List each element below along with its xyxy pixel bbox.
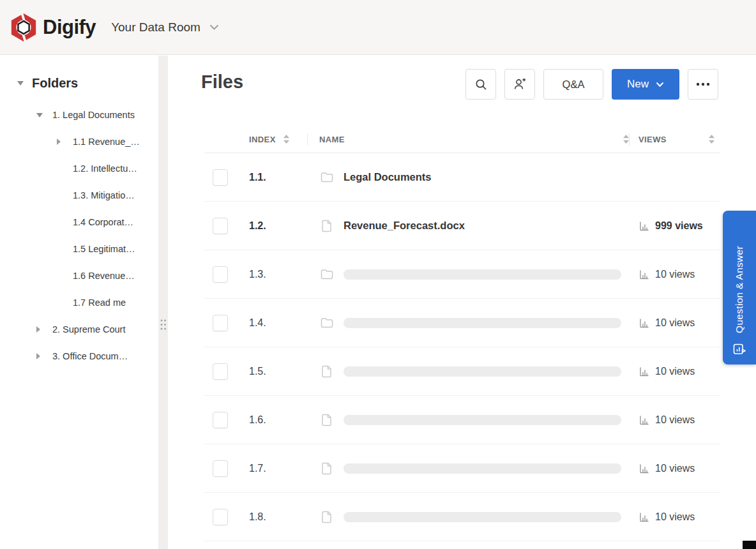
- table-row[interactable]: 1.8.: [204, 493, 720, 541]
- views-count: 10 views: [655, 269, 695, 280]
- caret-slot[interactable]: [36, 112, 52, 118]
- views-count: 10 views: [655, 511, 695, 523]
- sidebar-resize-gutter[interactable]: [158, 56, 168, 549]
- caret-down-icon: [36, 112, 43, 118]
- caret-right-icon: [36, 326, 41, 333]
- folder-tree-item[interactable]: 3. Office Docum…: [0, 343, 158, 370]
- search-button[interactable]: [465, 69, 496, 100]
- table-row[interactable]: 1.3.: [204, 250, 720, 299]
- add-user-button[interactable]: [504, 69, 535, 100]
- views-cell: 10 views: [639, 317, 695, 329]
- question-answer-tab[interactable]: Question & Answer: [723, 211, 756, 365]
- qa-button[interactable]: Q&A: [543, 69, 603, 100]
- file-icon: [319, 218, 335, 234]
- views-count: 10 views: [655, 414, 695, 426]
- name-placeholder-bar: [344, 415, 621, 425]
- folder-icon: [319, 170, 335, 185]
- row-index: 1.4.: [249, 317, 266, 329]
- table-row[interactable]: 1.1. Legal Documents: [204, 153, 720, 202]
- folders-header[interactable]: Folders: [0, 64, 158, 102]
- table-body: 1.1. Legal Documents: [204, 153, 720, 541]
- folder-tree-item[interactable]: 1.4 Corporat…: [0, 209, 158, 236]
- caret-slot[interactable]: [36, 326, 52, 333]
- folder-tree-item[interactable]: 1.5 Legitimat…: [0, 236, 158, 262]
- folder-tree-label: 1. Legal Documents: [52, 110, 135, 120]
- folder-tree-label: 1.7 Read me: [73, 297, 126, 308]
- folder-tree-label: 3. Office Docum…: [52, 351, 128, 361]
- file-icon: [319, 412, 335, 428]
- views-cell: 10 views: [639, 366, 695, 377]
- folder-tree-item[interactable]: 1.2. Intellectu…: [0, 155, 158, 182]
- app-header: Digify Your Data Room: [0, 0, 756, 55]
- table-row[interactable]: 1.4.: [204, 299, 720, 347]
- room-selector-label: Your Data Room: [111, 20, 200, 34]
- brand-name: Digify: [43, 16, 96, 39]
- row-index: 1.5.: [249, 366, 266, 377]
- folder-icon: [319, 267, 335, 282]
- row-checkbox[interactable]: [213, 460, 228, 477]
- views-count: 10 views: [655, 366, 695, 377]
- table-row[interactable]: 1.6.: [204, 396, 720, 444]
- search-icon: [474, 78, 488, 91]
- row-checkbox[interactable]: [213, 412, 228, 428]
- sort-icon[interactable]: [708, 134, 715, 144]
- folder-tree-item[interactable]: 1.6 Revenue…: [0, 262, 158, 289]
- caret-down-icon: [17, 80, 24, 86]
- folder-tree-label: 1.2. Intellectu…: [73, 163, 137, 174]
- name-placeholder-bar: [344, 269, 621, 280]
- question-answer-label: Question & Answer: [734, 246, 745, 333]
- row-checkbox[interactable]: [213, 169, 228, 186]
- ellipsis-icon: [696, 82, 710, 86]
- folder-tree-item[interactable]: 1.3. Mitigatio…: [0, 182, 158, 209]
- caret-right-icon: [36, 352, 41, 360]
- folder-tree-item[interactable]: 1. Legal Documents: [0, 102, 158, 128]
- toolbar: Q&A New: [465, 69, 718, 100]
- header-separator: [629, 133, 630, 146]
- row-checkbox[interactable]: [213, 218, 228, 234]
- chevron-down-icon: [209, 24, 219, 30]
- views-count: 999 views: [655, 220, 703, 232]
- bar-chart-icon: [639, 269, 650, 280]
- folder-tree-item[interactable]: 1.1 Revenue_…: [0, 128, 158, 155]
- file-name[interactable]: Legal Documents: [344, 171, 432, 183]
- bar-chart-icon: [639, 366, 650, 377]
- folder-tree-label: 1.3. Mitigatio…: [73, 190, 135, 200]
- file-icon: [319, 364, 335, 379]
- bar-chart-icon: [639, 317, 650, 329]
- page-title: Files: [201, 71, 243, 93]
- table-row[interactable]: 1.5.: [204, 347, 720, 396]
- table-row[interactable]: 1.7.: [204, 444, 720, 493]
- row-checkbox[interactable]: [213, 315, 228, 331]
- more-actions-button[interactable]: [688, 69, 718, 100]
- folder-tree-item[interactable]: 1.7 Read me: [0, 289, 158, 316]
- folder-tree-label: 1.1 Revenue_…: [73, 137, 140, 147]
- sort-icon[interactable]: [283, 134, 290, 144]
- digify-logo: Digify: [0, 13, 96, 42]
- row-checkbox[interactable]: [213, 266, 228, 283]
- table-row[interactable]: 1.2. Revenue_Forecast.docx: [204, 202, 720, 250]
- row-index: 1.1.: [249, 172, 266, 183]
- folder-tree-item[interactable]: 2. Supreme Court: [0, 316, 158, 343]
- caret-right-icon: [56, 138, 61, 146]
- table-header: INDEX NAME VIEWS: [204, 126, 720, 153]
- caret-slot[interactable]: [36, 352, 52, 360]
- row-checkbox[interactable]: [213, 363, 228, 380]
- files-table: INDEX NAME VIEWS: [204, 126, 720, 541]
- row-checkbox[interactable]: [213, 509, 228, 525]
- caret-slot[interactable]: [56, 138, 73, 146]
- folder-tree-label: 1.6 Revenue…: [73, 271, 135, 281]
- folder-tree: 1. Legal Documents 1.1 Revenue_… 1.2. In…: [0, 102, 158, 370]
- bar-chart-icon: [639, 511, 650, 523]
- column-header-name: NAME: [319, 135, 345, 144]
- new-button[interactable]: New: [612, 69, 679, 100]
- folder-tree-label: 2. Supreme Court: [52, 324, 125, 335]
- views-cell: 10 views: [639, 463, 695, 474]
- drag-handle-icon[interactable]: [159, 318, 167, 331]
- cutoff-element: [743, 541, 756, 549]
- views-cell: 10 views: [639, 511, 695, 523]
- header-separator: [307, 133, 308, 146]
- digify-hexagon-icon: [9, 13, 38, 42]
- add-user-icon: [512, 77, 527, 92]
- file-name[interactable]: Revenue_Forecast.docx: [344, 220, 465, 232]
- room-selector[interactable]: Your Data Room: [111, 20, 219, 34]
